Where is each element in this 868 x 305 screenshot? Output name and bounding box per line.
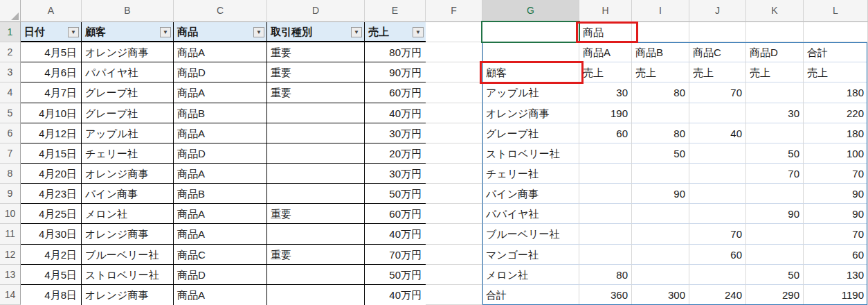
pivot-value-r2-c1[interactable]: 190 bbox=[579, 103, 632, 123]
column-header-a[interactable]: A bbox=[21, 0, 82, 22]
cell-e5[interactable]: 40万円 bbox=[365, 103, 426, 123]
cell-b11[interactable]: オレンジ商事 bbox=[82, 224, 174, 244]
cell-b12[interactable]: ブルーベリー社 bbox=[82, 245, 174, 265]
cell-a9[interactable]: 4月23日 bbox=[21, 184, 82, 204]
pivot-value-r9-c4[interactable] bbox=[746, 245, 804, 265]
cell-a4[interactable]: 4月7日 bbox=[21, 82, 82, 103]
cell-e11[interactable]: 40万円 bbox=[365, 224, 426, 244]
row-header-12[interactable]: 12 bbox=[0, 245, 21, 265]
pivot-value-r4-c4[interactable]: 50 bbox=[746, 143, 804, 164]
cell-b7[interactable]: チェリー社 bbox=[82, 143, 174, 164]
pivot-value-r5-c1[interactable] bbox=[579, 164, 632, 184]
pivot-value-r10-c4[interactable]: 50 bbox=[746, 265, 804, 285]
pivot-column-header-4[interactable]: 商品D bbox=[746, 42, 804, 62]
cell-f1[interactable] bbox=[426, 22, 482, 42]
pivot-value-r3-c2[interactable]: 80 bbox=[632, 123, 689, 143]
cell-b2[interactable]: オレンジ商事 bbox=[82, 42, 174, 62]
cell-c12[interactable]: 商品C bbox=[174, 245, 267, 265]
pivot-value-r8-c5[interactable]: 70 bbox=[804, 224, 868, 244]
cell-a5[interactable]: 4月10日 bbox=[21, 103, 82, 123]
cell-b9[interactable]: パイン商事 bbox=[82, 184, 174, 204]
pivot-total-value-4[interactable]: 290 bbox=[746, 285, 804, 305]
pivot-row-label-2[interactable]: オレンジ商事 bbox=[482, 103, 579, 123]
pivot-value-r1-c2[interactable]: 80 bbox=[632, 82, 689, 103]
pivot-column-header-2[interactable]: 商品B bbox=[632, 42, 689, 62]
cell-a14[interactable]: 4月8日 bbox=[21, 285, 82, 305]
cell-f7[interactable] bbox=[426, 143, 482, 164]
pivot-total-value-1[interactable]: 360 bbox=[579, 285, 632, 305]
pivot-value-r6-c2[interactable]: 90 bbox=[632, 184, 689, 204]
cell-f2[interactable] bbox=[426, 42, 482, 62]
pivot-row-label-7[interactable]: パパイヤ社 bbox=[482, 204, 579, 224]
pivot-measure-label-2[interactable]: 売上 bbox=[632, 62, 689, 82]
select-all-corner[interactable] bbox=[0, 0, 21, 22]
cell-d2[interactable]: 重要 bbox=[267, 42, 365, 62]
cell-a2[interactable]: 4月5日 bbox=[21, 42, 82, 62]
pivot-value-r5-c4[interactable]: 70 bbox=[746, 164, 804, 184]
pivot-value-r1-c3[interactable]: 70 bbox=[689, 82, 746, 103]
pivot-total-value-3[interactable]: 240 bbox=[689, 285, 746, 305]
cell-e4[interactable]: 60万円 bbox=[365, 82, 426, 103]
pivot-row-label-1[interactable]: アップル社 bbox=[482, 82, 579, 103]
cell-c1[interactable]: 商品▼ bbox=[174, 22, 267, 42]
cell-c8[interactable]: 商品A bbox=[174, 164, 267, 184]
pivot-value-r9-c3[interactable]: 60 bbox=[689, 245, 746, 265]
pivot-value-r9-c2[interactable] bbox=[632, 245, 689, 265]
pivot-value-r7-c4[interactable]: 90 bbox=[746, 204, 804, 224]
cell-c4[interactable]: 商品A bbox=[174, 82, 267, 103]
pivot-row-label-4[interactable]: ストロベリー社 bbox=[482, 143, 579, 164]
cell-c5[interactable]: 商品B bbox=[174, 103, 267, 123]
cell-e12[interactable]: 70万円 bbox=[365, 245, 426, 265]
pivot-value-r1-c4[interactable] bbox=[746, 82, 804, 103]
cell-e7[interactable]: 20万円 bbox=[365, 143, 426, 164]
cell-a6[interactable]: 4月12日 bbox=[21, 123, 82, 143]
pivot-row-label-8[interactable]: ブルーベリー社 bbox=[482, 224, 579, 244]
pivot-measure-label-5[interactable]: 売上 bbox=[804, 62, 868, 82]
cell-j1[interactable] bbox=[689, 22, 746, 42]
cell-d11[interactable] bbox=[267, 224, 365, 244]
row-header-1[interactable]: 1 bbox=[0, 22, 21, 42]
cell-c3[interactable]: 商品D bbox=[174, 62, 267, 82]
column-header-e[interactable]: E bbox=[365, 0, 426, 22]
pivot-value-r4-c2[interactable]: 50 bbox=[632, 143, 689, 164]
pivot-value-r3-c1[interactable]: 60 bbox=[579, 123, 632, 143]
row-header-10[interactable]: 10 bbox=[0, 204, 21, 224]
pivot-value-r7-c3[interactable] bbox=[689, 204, 746, 224]
pivot-value-r9-c5[interactable]: 60 bbox=[804, 245, 868, 265]
cell-b13[interactable]: ストロベリー社 bbox=[82, 265, 174, 285]
cell-c9[interactable]: 商品B bbox=[174, 184, 267, 204]
row-header-14[interactable]: 14 bbox=[0, 285, 21, 305]
cell-d8[interactable] bbox=[267, 164, 365, 184]
pivot-measure-label-3[interactable]: 売上 bbox=[689, 62, 746, 82]
pivot-value-r8-c4[interactable] bbox=[746, 224, 804, 244]
column-header-c[interactable]: C bbox=[174, 0, 267, 22]
cell-e8[interactable]: 30万円 bbox=[365, 164, 426, 184]
column-header-b[interactable]: B bbox=[82, 0, 174, 22]
pivot-value-r8-c3[interactable]: 70 bbox=[689, 224, 746, 244]
pivot-column-header-3[interactable]: 商品C bbox=[689, 42, 746, 62]
cell-d7[interactable] bbox=[267, 143, 365, 164]
row-header-6[interactable]: 6 bbox=[0, 123, 21, 143]
cell-a7[interactable]: 4月15日 bbox=[21, 143, 82, 164]
column-header-g[interactable]: G bbox=[482, 0, 579, 22]
pivot-value-r6-c1[interactable] bbox=[579, 184, 632, 204]
row-header-2[interactable]: 2 bbox=[0, 42, 21, 62]
pivot-total-label[interactable]: 合計 bbox=[482, 285, 579, 305]
cell-i1[interactable] bbox=[632, 22, 689, 42]
pivot-row-label-9[interactable]: マンゴー社 bbox=[482, 245, 579, 265]
pivot-value-r8-c2[interactable] bbox=[632, 224, 689, 244]
cell-c11[interactable]: 商品A bbox=[174, 224, 267, 244]
cell-c7[interactable]: 商品D bbox=[174, 143, 267, 164]
pivot-column-header-1[interactable]: 商品A bbox=[579, 42, 632, 62]
pivot-value-r2-c2[interactable] bbox=[632, 103, 689, 123]
cell-e10[interactable]: 60万円 bbox=[365, 204, 426, 224]
pivot-value-r4-c5[interactable]: 100 bbox=[804, 143, 868, 164]
filter-button-transaction-type[interactable]: ▼ bbox=[351, 27, 362, 37]
cell-b1[interactable]: 顧客▼ bbox=[82, 22, 174, 42]
cell-e3[interactable]: 90万円 bbox=[365, 62, 426, 82]
filter-button-customer[interactable]: ▼ bbox=[160, 27, 171, 37]
cell-e1[interactable]: 売上▼ bbox=[365, 22, 426, 42]
pivot-value-r5-c5[interactable]: 70 bbox=[804, 164, 868, 184]
pivot-value-r9-c1[interactable] bbox=[579, 245, 632, 265]
cell-d6[interactable] bbox=[267, 123, 365, 143]
